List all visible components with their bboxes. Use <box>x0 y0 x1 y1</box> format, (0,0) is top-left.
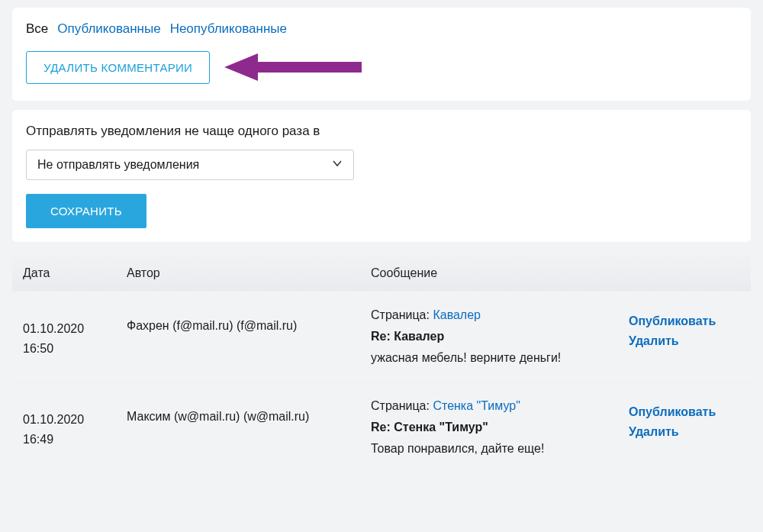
comments-table: Дата Автор Сообщение 01.10.2020 16:50 Фа… <box>12 256 751 472</box>
header-message: Сообщение <box>371 266 629 280</box>
publish-link[interactable]: Опубликовать <box>629 405 743 419</box>
cell-date: 01.10.2020 16:50 <box>20 308 127 358</box>
svg-marker-0 <box>224 53 362 81</box>
table-header: Дата Автор Сообщение <box>12 256 751 291</box>
table-row: 01.10.2020 16:50 Фахрен (f@mail.ru) (f@m… <box>12 291 751 382</box>
cell-message: Страница: Стенка "Тимур" Re: Стенка "Тим… <box>371 399 629 456</box>
notify-label: Отправлять уведомления не чаще одного ра… <box>26 124 737 139</box>
filters-card: Все Опубликованные Неопубликованные УДАЛ… <box>12 8 751 101</box>
chevron-down-icon <box>332 158 343 172</box>
header-date: Дата <box>20 266 127 280</box>
header-author: Автор <box>127 266 371 280</box>
row-actions: Опубликовать Удалить <box>629 308 743 354</box>
save-button[interactable]: СОХРАНИТЬ <box>26 194 146 228</box>
cell-date: 01.10.2020 16:49 <box>20 399 127 449</box>
delete-comments-button[interactable]: УДАЛИТЬ КОММЕНТАРИИ <box>26 51 210 84</box>
filter-unpublished[interactable]: Неопубликованные <box>170 21 287 37</box>
publish-link[interactable]: Опубликовать <box>629 314 743 328</box>
notifications-card: Отправлять уведомления не чаще одного ра… <box>12 110 751 242</box>
filter-published[interactable]: Опубликованные <box>57 21 160 37</box>
filter-tabs: Все Опубликованные Неопубликованные <box>26 21 737 37</box>
notify-selected-value: Не отправлять уведомления <box>37 158 199 172</box>
table-row: 01.10.2020 16:49 Максим (w@mail.ru) (w@m… <box>12 382 751 472</box>
notify-frequency-select[interactable]: Не отправлять уведомления <box>26 150 354 180</box>
annotation-arrow-icon <box>224 50 362 87</box>
filter-all[interactable]: Все <box>26 21 48 37</box>
cell-message: Страница: Кавалер Re: Кавалер ужасная ме… <box>371 308 629 365</box>
row-actions: Опубликовать Удалить <box>629 399 743 445</box>
delete-link[interactable]: Удалить <box>629 425 743 439</box>
delete-link[interactable]: Удалить <box>629 334 743 348</box>
page-link[interactable]: Стенка "Тимур" <box>433 399 520 412</box>
cell-author: Максим (w@mail.ru) (w@mail.ru) <box>127 399 371 424</box>
page-link[interactable]: Кавалер <box>433 308 481 321</box>
cell-author: Фахрен (f@mail.ru) (f@mail.ru) <box>127 308 371 333</box>
